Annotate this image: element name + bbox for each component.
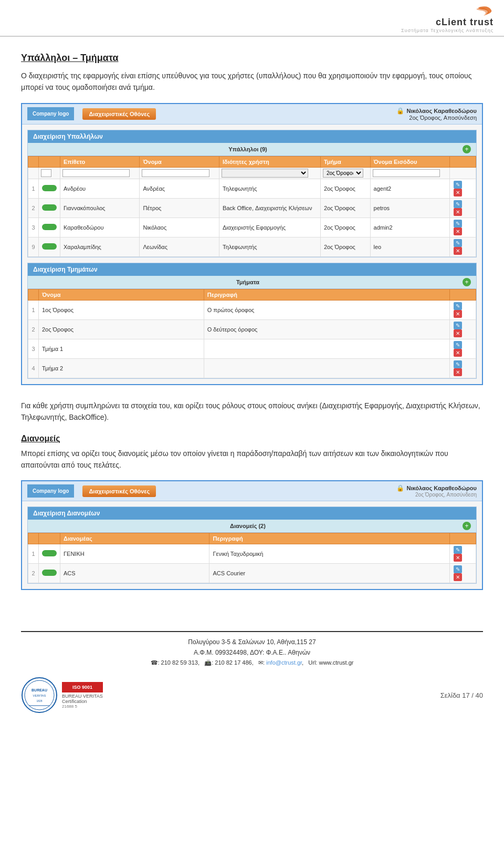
row-num: 1 (28, 300, 39, 319)
svg-text:VERITAS: VERITAS (33, 694, 46, 697)
courier-col-actions (450, 533, 476, 544)
row-role: Back Office, Διαχειριστής Κλήσεων (219, 198, 320, 218)
edit-button[interactable]: ✎ (454, 200, 462, 208)
app1-header: Company logo Διαχειριστικές Οθόνες 🔒 Νικ… (22, 104, 482, 125)
add-employee-button[interactable]: + (463, 145, 471, 153)
courier-row-toggle (39, 544, 60, 564)
dept-row-desc (204, 339, 449, 358)
delete-button[interactable]: ✕ (454, 368, 462, 376)
svg-text:1828: 1828 (36, 699, 42, 702)
edit-button[interactable]: ✎ (454, 565, 462, 573)
departments-table-title-row: Τμήματα + (28, 276, 476, 289)
row-lastname: Χαραλαμπίδης (60, 237, 140, 256)
app2-nav-button[interactable]: Διαχειριστικές Οθόνες (82, 485, 156, 497)
col-lastname: Επίθετο (60, 156, 140, 167)
edit-button[interactable]: ✎ (454, 239, 462, 247)
edit-button[interactable]: ✎ (454, 341, 462, 349)
logo-text: cLient trust (436, 17, 494, 28)
col-num (28, 156, 39, 167)
filter-dept[interactable]: 2ος Όροφος (323, 169, 363, 178)
row-login: agent2 (370, 179, 449, 198)
footer-afm: Α.Φ.Μ. 099324498, ΔΟΥ: Φ.Α.Ε.. Αθηνών (21, 649, 483, 656)
courier-col-num (28, 533, 39, 544)
row-dept: 2ος Όροφος (320, 198, 370, 218)
courier-row-name: ΓΕΝΙΚΗ (60, 544, 209, 564)
row-num: 2 (28, 198, 39, 218)
lock-icon: 🔒 (396, 107, 404, 115)
table-row: 2 Γιαννακόπουλος Πέτρος Back Office, Δια… (28, 198, 476, 218)
footer-email-link[interactable]: info@ctrust.gr (266, 659, 302, 666)
filter-login[interactable] (373, 169, 440, 177)
add-courier-button[interactable]: + (463, 522, 471, 530)
row-actions: ✎ ✕ (450, 237, 476, 256)
delete-button[interactable]: ✕ (454, 554, 462, 562)
employees-header-row: Επίθετο Όνομα Ιδιότητες χρήστη Τμήμα Όνο… (28, 156, 476, 167)
row-num: 3 (28, 218, 39, 237)
dept-col-num (28, 289, 39, 300)
courier-row-desc: ACS Courier (209, 564, 450, 583)
edit-button[interactable]: ✎ (454, 360, 462, 368)
col-actions (450, 156, 476, 167)
dept-col-actions (450, 289, 476, 300)
delete-button[interactable]: ✕ (454, 208, 462, 216)
footer-bottom: BUREAU VERITAS 1828 ISO 9001 BUREAU VERI… (21, 671, 483, 719)
employees-panel-header: Διαχείριση Υπαλλήλων (28, 130, 476, 143)
col-dept: Τμήμα (320, 156, 370, 167)
couriers-panel: Διαχείριση Διανομέων Διανομείς (2) + Δια… (27, 506, 477, 584)
row-firstname: Ανδρέας (140, 179, 219, 198)
dept-row-name: 1ος Όροφος (39, 300, 204, 319)
edit-button[interactable]: ✎ (454, 322, 462, 329)
filter-toggle[interactable] (41, 169, 51, 177)
dept-row-name: 2ος Όροφος (39, 319, 204, 339)
couriers-table: Διανομέας Περιγραφή 1 ΓΕΝΙΚΗ Γενική Ταχυ… (28, 533, 476, 583)
dept-row-desc: Ο δεύτερος όροφος (204, 319, 449, 339)
main-content: Υπάλληλοι – Τμήματα Ο διαχειριστής της ε… (0, 37, 504, 615)
courier-row-actions: ✎ ✕ (450, 544, 476, 564)
filter-lastname[interactable] (62, 169, 130, 177)
app-screenshot-1: Company logo Διαχειριστικές Οθόνες 🔒 Νικ… (21, 103, 483, 385)
table-row: 3 Καραθεοδώρου Νικόλαος Διαχειριστής Εφα… (28, 218, 476, 237)
filter-role[interactable] (222, 169, 309, 178)
dept-row-name: Τμήμα 2 (39, 358, 204, 378)
edit-button[interactable]: ✎ (454, 546, 462, 554)
col-role: Ιδιότητες χρήστη (219, 156, 320, 167)
delete-button[interactable]: ✕ (454, 329, 462, 337)
app1-user-info: 🔒 Νικόλαος Καραθεοδώρου 2ος Όροφος, Αποσ… (396, 107, 477, 121)
row-login: admin2 (370, 218, 449, 237)
departments-panel-header: Διαχείριση Τμημάτων (28, 263, 476, 276)
row-dept: 2ος Όροφος (320, 179, 370, 198)
edit-button[interactable]: ✎ (454, 302, 462, 310)
app1-logo: Company logo (27, 107, 74, 120)
filter-firstname[interactable] (142, 169, 209, 177)
courier-row-actions: ✎ ✕ (450, 564, 476, 583)
row-login: leo (370, 237, 449, 256)
row-dept: 2ος Όροφος (320, 237, 370, 256)
edit-button[interactable]: ✎ (454, 220, 462, 227)
cert-number: 21688 5 (62, 704, 103, 709)
delete-button[interactable]: ✕ (454, 227, 462, 235)
row-actions: ✎ ✕ (450, 198, 476, 218)
footer-contact: ☎: 210 82 59 313, 📠: 210 82 17 486, ✉: i… (21, 659, 483, 666)
add-department-button[interactable]: + (463, 278, 471, 286)
edit-button[interactable]: ✎ (454, 181, 462, 189)
row-lastname: Γιαννακόπουλος (60, 198, 140, 218)
dept-row-name: Τμήμα 1 (39, 339, 204, 358)
app2-user-info: 🔒 Νικόλαος Καραθεοδώρου 2ος Όροφος, Αποσ… (396, 484, 477, 498)
app1-nav-button[interactable]: Διαχειριστικές Οθόνες (82, 108, 156, 120)
delete-button[interactable]: ✕ (454, 247, 462, 255)
table-row: 1 ΓΕΝΙΚΗ Γενική Ταχυδρομική ✎ ✕ (28, 544, 476, 564)
col-firstname: Όνομα (140, 156, 219, 167)
row-firstname: Νικόλαος (140, 218, 219, 237)
delete-button[interactable]: ✕ (454, 573, 462, 581)
delete-button[interactable]: ✕ (454, 310, 462, 318)
courier-col-desc: Περιγραφή (209, 533, 450, 544)
app2-lock-icon: 🔒 (396, 484, 404, 492)
app-screenshot-2: Company logo Διαχειριστικές Οθόνες 🔒 Νικ… (21, 480, 483, 590)
departments-table-title: Τμήματα (33, 279, 463, 285)
delete-button[interactable]: ✕ (454, 349, 462, 357)
row-firstname: Πέτρος (140, 198, 219, 218)
app2-username: Νικόλαος Καραθεοδώρου (406, 485, 477, 491)
app2-logo: Company logo (27, 484, 74, 498)
delete-button[interactable]: ✕ (454, 189, 462, 197)
footer-phone: ☎: 210 82 59 313 (151, 659, 198, 666)
